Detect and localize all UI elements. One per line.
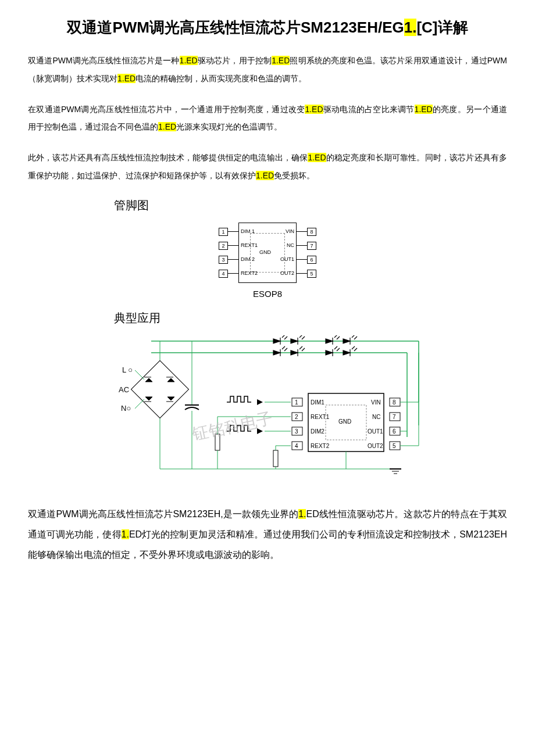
svg-text:GND: GND: [338, 418, 351, 425]
svg-marker-16: [343, 339, 350, 343]
svg-line-31: [337, 348, 340, 351]
hl-text: 1.ED: [308, 153, 326, 162]
svg-marker-53: [257, 399, 263, 405]
svg-text:8: 8: [393, 399, 396, 406]
svg-marker-54: [257, 428, 263, 434]
svg-line-14: [334, 335, 337, 338]
pin-num: 5: [307, 270, 316, 278]
svg-text:DIM2: DIM2: [311, 428, 324, 435]
circuit-svg-icon: L ○ AC N○: [110, 335, 425, 481]
svg-line-7: [284, 336, 287, 339]
pin-num: 2: [219, 242, 228, 250]
pin-label: REXT2: [241, 270, 258, 276]
svg-line-10: [299, 335, 302, 338]
hl-text: 1.: [122, 529, 129, 539]
svg-line-34: [352, 346, 355, 349]
svg-marker-39: [167, 378, 174, 382]
title-hl: 1.: [404, 19, 417, 36]
section-typical: 典型应用: [114, 310, 507, 326]
svg-text:DIM1: DIM1: [311, 399, 324, 406]
svg-marker-8: [291, 339, 298, 343]
hl-text: 1.ED: [256, 171, 274, 180]
paragraph-4: 双通道PWM调光高压线性恒流芯片SM2123EH,是一款领先业界的1.ED线性恒…: [28, 504, 507, 565]
svg-line-22: [282, 346, 285, 349]
paragraph-3: 此外，该芯片还具有高压线性恒流控制技术，能够提供恒定的电流输出，确保1.ED的稳…: [28, 149, 507, 185]
svg-marker-12: [326, 339, 333, 343]
hl-text: 1.ED: [180, 56, 198, 65]
pin-label: NC: [287, 242, 294, 248]
pin-num: 6: [307, 256, 316, 264]
svg-line-30: [334, 346, 337, 349]
svg-line-15: [337, 336, 340, 339]
svg-marker-24: [291, 350, 298, 355]
ac-l-label: L ○: [122, 366, 133, 374]
svg-text:REXT2: REXT2: [311, 443, 330, 449]
svg-line-35: [354, 348, 357, 351]
svg-rect-59: [273, 450, 278, 467]
svg-line-11: [302, 336, 305, 339]
ac-label: AC: [119, 385, 129, 394]
svg-text:2: 2: [295, 414, 298, 420]
hl-text: 1.: [298, 509, 306, 519]
svg-text:REXT1: REXT1: [311, 414, 330, 420]
svg-text:OUT2: OUT2: [368, 443, 383, 449]
hl-text: 1.ED: [117, 74, 135, 83]
svg-text:4: 4: [295, 443, 298, 449]
title-pre: 双通道PWM调光高压线性恒流芯片SM2123EH/EG: [67, 19, 404, 36]
svg-line-45: [135, 370, 144, 379]
svg-text:VIN: VIN: [371, 399, 381, 406]
paragraph-1: 双通道PWM调光高压线性恒流芯片是一种1.ED驱动芯片，用于控制1.ED照明系统…: [28, 52, 507, 88]
svg-marker-20: [273, 350, 280, 355]
svg-line-46: [135, 399, 144, 409]
svg-marker-41: [145, 397, 152, 400]
svg-rect-36: [131, 360, 189, 418]
svg-text:1: 1: [295, 399, 298, 406]
circuit-diagram: L ○ AC N○: [110, 335, 425, 481]
pin-label: VIN: [286, 228, 294, 234]
page-title: 双通道PWM调光高压线性恒流芯片SM2123EH/EG1.[C]详解: [28, 17, 507, 38]
pin-num: 7: [307, 242, 316, 250]
pin-label: DIM 1: [241, 228, 255, 234]
svg-line-27: [302, 348, 305, 351]
svg-text:3: 3: [295, 428, 298, 435]
pin-num: 8: [307, 228, 316, 236]
esop-label: ESOP8: [192, 289, 343, 299]
svg-marker-43: [167, 397, 174, 400]
svg-text:6: 6: [393, 428, 396, 435]
pin-num: 3: [219, 256, 228, 264]
hl-text: 1.ED: [305, 105, 323, 114]
svg-marker-28: [326, 350, 333, 355]
svg-line-23: [284, 348, 287, 351]
svg-marker-4: [273, 339, 280, 343]
pin-label: OUT2: [280, 270, 294, 276]
pin-label: DIM 2: [241, 256, 255, 262]
svg-line-6: [282, 335, 285, 338]
svg-text:OUT1: OUT1: [368, 428, 383, 435]
svg-marker-32: [343, 350, 350, 355]
svg-text:NC: NC: [372, 414, 380, 420]
svg-line-26: [299, 346, 302, 349]
svg-line-18: [352, 335, 355, 338]
pin-num: 1: [219, 228, 228, 236]
section-pinout: 管脚图: [114, 198, 507, 213]
hl-text: 1.ED: [272, 56, 290, 65]
pin-num: 4: [219, 270, 228, 278]
hl-text: 1.ED: [158, 122, 176, 131]
svg-text:7: 7: [393, 414, 396, 420]
svg-rect-55: [215, 434, 220, 450]
svg-line-19: [354, 336, 357, 339]
svg-text:5: 5: [393, 443, 396, 449]
paragraph-2: 在双通道PWM调光高压线性恒流芯片中，一个通道用于控制亮度，通过改变1.ED驱动…: [28, 101, 507, 137]
svg-marker-37: [145, 378, 152, 382]
hl-text: 1.ED: [415, 105, 433, 114]
pin-label: REXT1: [241, 242, 258, 248]
title-post: [C]详解: [416, 19, 468, 36]
pin-label: OUT1: [280, 256, 294, 262]
ac-n-label: N○: [121, 404, 131, 413]
pin-diagram: GND 1 DIM 1 VIN 8 2 REXT1 NC 7 3 DIM 2 O…: [192, 223, 343, 299]
